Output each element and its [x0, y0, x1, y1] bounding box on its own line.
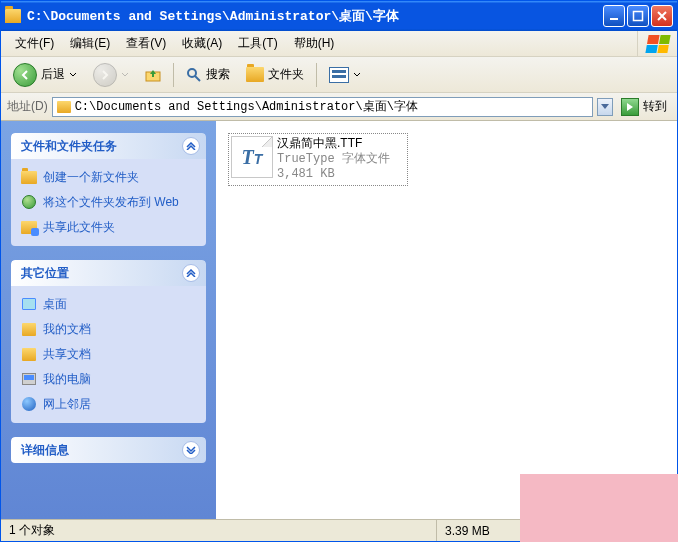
- search-button[interactable]: 搜索: [180, 62, 236, 87]
- task-label: 共享此文件夹: [43, 219, 115, 236]
- network-icon: [22, 397, 36, 411]
- svg-point-3: [188, 69, 196, 77]
- places-panel-header[interactable]: 其它位置: [11, 260, 206, 286]
- close-button[interactable]: [651, 5, 673, 27]
- folders-icon: [246, 67, 264, 82]
- task-label: 将这个文件夹发布到 Web: [43, 194, 179, 211]
- chevron-down-icon: [69, 71, 77, 79]
- views-icon: [329, 67, 349, 83]
- documents-icon: [22, 323, 36, 336]
- svg-rect-1: [634, 12, 643, 21]
- computer-icon: [22, 373, 36, 385]
- new-folder-icon: [21, 171, 37, 184]
- place-label: 网上邻居: [43, 396, 91, 413]
- file-item[interactable]: TT 汉鼎简中黑.TTF TrueType 字体文件 3,481 KB: [228, 133, 408, 186]
- search-label: 搜索: [206, 66, 230, 83]
- place-my-documents[interactable]: 我的文档: [21, 321, 196, 338]
- maximize-button[interactable]: [627, 5, 649, 27]
- folders-button[interactable]: 文件夹: [240, 62, 310, 87]
- forward-button[interactable]: [87, 59, 135, 91]
- tasks-panel-header[interactable]: 文件和文件夹任务: [11, 133, 206, 159]
- task-share-folder[interactable]: 共享此文件夹: [21, 219, 196, 236]
- address-bar: 地址(D) 转到: [1, 93, 677, 121]
- details-panel: 详细信息: [11, 437, 206, 463]
- details-panel-header[interactable]: 详细信息: [11, 437, 206, 463]
- folder-icon: [5, 9, 21, 23]
- share-folder-icon: [21, 221, 37, 234]
- desktop-icon: [22, 298, 36, 310]
- chevron-down-icon: [121, 71, 129, 79]
- collapse-icon: [182, 137, 200, 155]
- menu-tools[interactable]: 工具(T): [230, 32, 285, 55]
- file-size: 3,481 KB: [277, 167, 390, 183]
- details-panel-title: 详细信息: [21, 442, 69, 459]
- shared-documents-icon: [22, 348, 36, 361]
- menu-help[interactable]: 帮助(H): [286, 32, 343, 55]
- file-type: TrueType 字体文件: [277, 152, 390, 168]
- overlay-block: [520, 474, 678, 542]
- menu-edit[interactable]: 编辑(E): [62, 32, 118, 55]
- address-label: 地址(D): [7, 98, 48, 115]
- font-file-icon: TT: [231, 136, 273, 178]
- go-label: 转到: [643, 98, 667, 115]
- back-button[interactable]: 后退: [7, 59, 83, 91]
- expand-icon: [182, 441, 200, 459]
- place-label: 我的电脑: [43, 371, 91, 388]
- task-publish-web[interactable]: 将这个文件夹发布到 Web: [21, 194, 196, 211]
- go-button[interactable]: 转到: [617, 96, 671, 118]
- window-title: C:\Documents and Settings\Administrator\…: [27, 7, 603, 25]
- place-label: 共享文档: [43, 346, 91, 363]
- folders-label: 文件夹: [268, 66, 304, 83]
- place-desktop[interactable]: 桌面: [21, 296, 196, 313]
- minimize-button[interactable]: [603, 5, 625, 27]
- collapse-icon: [182, 264, 200, 282]
- menu-bar: 文件(F) 编辑(E) 查看(V) 收藏(A) 工具(T) 帮助(H): [1, 31, 677, 57]
- places-panel: 其它位置 桌面 我的文档 共享文档: [11, 260, 206, 423]
- back-icon: [13, 63, 37, 87]
- file-name: 汉鼎简中黑.TTF: [277, 136, 390, 152]
- windows-logo-icon: [637, 31, 677, 56]
- tasks-panel-title: 文件和文件夹任务: [21, 138, 117, 155]
- menu-file[interactable]: 文件(F): [7, 32, 62, 55]
- file-list-area[interactable]: TT 汉鼎简中黑.TTF TrueType 字体文件 3,481 KB: [216, 121, 677, 519]
- place-label: 桌面: [43, 296, 67, 313]
- places-panel-title: 其它位置: [21, 265, 69, 282]
- address-dropdown-button[interactable]: [597, 98, 613, 116]
- toolbar: 后退 搜索 文件夹: [1, 57, 677, 93]
- tasks-panel: 文件和文件夹任务 创建一个新文件夹 将这个文件夹发布到 Web: [11, 133, 206, 246]
- task-label: 创建一个新文件夹: [43, 169, 139, 186]
- place-my-computer[interactable]: 我的电脑: [21, 371, 196, 388]
- forward-icon: [93, 63, 117, 87]
- back-label: 后退: [41, 66, 65, 83]
- views-button[interactable]: [323, 63, 367, 87]
- menu-view[interactable]: 查看(V): [118, 32, 174, 55]
- place-shared-documents[interactable]: 共享文档: [21, 346, 196, 363]
- place-network-places[interactable]: 网上邻居: [21, 396, 196, 413]
- place-label: 我的文档: [43, 321, 91, 338]
- globe-icon: [22, 195, 36, 209]
- title-bar: C:\Documents and Settings\Administrator\…: [1, 1, 677, 31]
- menu-favorites[interactable]: 收藏(A): [174, 32, 230, 55]
- address-input[interactable]: [75, 100, 588, 114]
- task-new-folder[interactable]: 创建一个新文件夹: [21, 169, 196, 186]
- search-icon: [186, 67, 202, 83]
- folder-icon: [57, 101, 71, 113]
- up-folder-icon: [145, 67, 161, 83]
- svg-rect-0: [610, 18, 618, 20]
- tasks-sidebar: 文件和文件夹任务 创建一个新文件夹 将这个文件夹发布到 Web: [1, 121, 216, 519]
- go-icon: [621, 98, 639, 116]
- chevron-down-icon: [353, 71, 361, 79]
- up-button[interactable]: [139, 63, 167, 87]
- status-object-count: 1 个对象: [1, 520, 437, 541]
- address-field[interactable]: [52, 97, 593, 117]
